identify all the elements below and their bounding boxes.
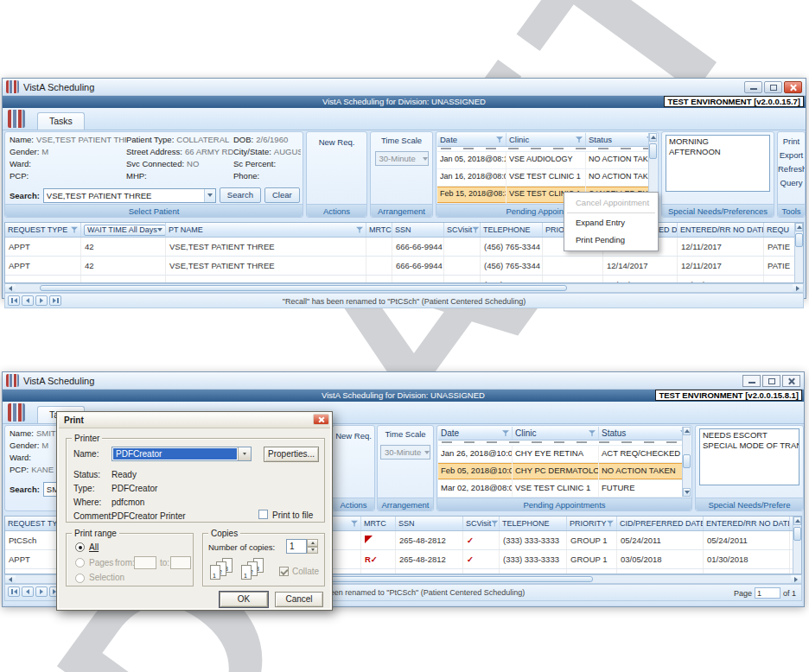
column-header-clinic[interactable]: Clinic bbox=[513, 427, 599, 440]
scroll-up-icon[interactable] bbox=[649, 133, 657, 142]
properties-button[interactable]: Properties... bbox=[264, 447, 319, 462]
column-header-priority[interactable]: PRIORITY bbox=[567, 517, 617, 530]
scroll-left-icon[interactable] bbox=[5, 284, 16, 292]
minimize-button[interactable] bbox=[742, 375, 761, 387]
pending-row[interactable]: Jan 05, 2018@08:15 VSE AUDIOLOGY NO ACTI… bbox=[437, 152, 657, 169]
scroll-down-icon[interactable] bbox=[683, 488, 691, 497]
new-req-button[interactable]: New Req. bbox=[335, 431, 372, 441]
titlebar[interactable]: VistA Scheduling bbox=[3, 79, 806, 96]
page-input[interactable]: 1 bbox=[755, 587, 780, 599]
new-req-button[interactable]: New Req. bbox=[319, 137, 355, 147]
scroll-left-icon[interactable] bbox=[5, 575, 16, 583]
column-header-mrtc[interactable]: MRTC bbox=[366, 223, 392, 237]
query-button[interactable]: Query bbox=[778, 176, 805, 190]
menu-item-cancel-appointment[interactable]: Cancel Appointment bbox=[564, 194, 658, 212]
column-header-scvisit[interactable]: SCVisit bbox=[444, 223, 481, 237]
print-button[interactable]: Print bbox=[778, 135, 805, 149]
menu-item-expand-entry[interactable]: Expand Entry bbox=[564, 214, 658, 231]
range-all-radio[interactable] bbox=[75, 542, 85, 552]
filter-icon[interactable] bbox=[607, 520, 614, 527]
filter-icon[interactable] bbox=[589, 430, 596, 437]
clear-button[interactable]: Clear bbox=[264, 187, 300, 203]
scrollbar-thumb[interactable] bbox=[795, 233, 803, 247]
scroll-up-icon[interactable] bbox=[793, 517, 801, 525]
vista-logo-icon[interactable] bbox=[8, 403, 25, 422]
filter-icon[interactable] bbox=[472, 226, 479, 233]
column-header-telephone[interactable]: TELEPHONE bbox=[481, 223, 543, 237]
titlebar[interactable]: VistA Scheduling bbox=[3, 372, 804, 390]
range-pages-radio[interactable] bbox=[75, 558, 85, 567]
scrollbar-thumb[interactable] bbox=[683, 454, 691, 468]
column-header-clinic[interactable]: Clinic bbox=[506, 133, 586, 146]
column-header-entered-date[interactable]: ENTERED/RR NO DATE bbox=[678, 223, 764, 237]
minimize-button[interactable] bbox=[744, 81, 762, 93]
filter-icon[interactable] bbox=[356, 226, 363, 233]
maximize-button[interactable] bbox=[764, 81, 782, 93]
refresh-button[interactable]: Refresh bbox=[778, 162, 805, 176]
column-header-date[interactable]: Date bbox=[438, 427, 513, 440]
ok-button[interactable]: OK bbox=[220, 592, 268, 607]
time-scale-select[interactable]: 30-Minute bbox=[380, 445, 430, 460]
close-button[interactable] bbox=[784, 81, 802, 93]
column-header-telephone[interactable]: TELEPHONE bbox=[500, 517, 567, 530]
column-header-cid-date[interactable]: CID/PREFERRED DATE bbox=[617, 517, 704, 530]
time-scale-select[interactable]: 30-Minute bbox=[375, 151, 429, 166]
vista-logo-icon[interactable] bbox=[8, 110, 25, 128]
scrollbar-thumb[interactable] bbox=[649, 143, 657, 159]
cancel-button[interactable]: Cancel bbox=[275, 592, 323, 607]
scroll-up-icon[interactable] bbox=[795, 223, 803, 231]
vertical-scrollbar[interactable] bbox=[793, 517, 801, 574]
column-header-status[interactable]: Status bbox=[586, 133, 657, 146]
copies-value[interactable]: 1 bbox=[286, 539, 307, 554]
scroll-right-icon[interactable] bbox=[791, 575, 801, 583]
dropdown-arrow-icon[interactable] bbox=[238, 447, 251, 460]
filter-icon[interactable] bbox=[576, 136, 583, 143]
filter-icon[interactable] bbox=[502, 430, 509, 437]
column-header-status[interactable]: Status bbox=[599, 427, 691, 440]
dropdown-arrow-icon[interactable] bbox=[204, 189, 215, 202]
column-header-request-type[interactable]: REQUEST TYPE bbox=[5, 223, 81, 237]
print-to-file-checkbox[interactable] bbox=[258, 510, 268, 519]
collate-checkbox[interactable] bbox=[279, 567, 289, 576]
printer-name-select[interactable]: PDFCreator bbox=[111, 447, 252, 461]
table-row[interactable]: APPT42VSE,TEST PATIENT THREE666-66-9944(… bbox=[5, 257, 803, 276]
scroll-up-icon[interactable] bbox=[683, 427, 691, 435]
vertical-scrollbar[interactable] bbox=[794, 223, 803, 282]
column-header-date[interactable]: Date bbox=[437, 133, 506, 146]
column-header-pt-name[interactable]: PT NAME bbox=[166, 223, 366, 237]
column-header-wait-time[interactable]: WAIT TIME All Days bbox=[81, 223, 166, 237]
spin-down-icon[interactable] bbox=[307, 547, 318, 555]
patient-search-input[interactable]: VSE,TEST PATIENT THREE bbox=[43, 188, 216, 203]
close-button[interactable] bbox=[313, 414, 329, 425]
pending-row[interactable]: Jan 26, 2018@10:00 CHY EYE RETINA ACT RE… bbox=[438, 446, 691, 463]
filter-icon[interactable] bbox=[496, 136, 503, 143]
column-header-mrtc[interactable]: MRTC bbox=[361, 517, 396, 530]
search-button[interactable]: Search bbox=[220, 187, 261, 203]
filter-icon[interactable] bbox=[71, 226, 78, 233]
menu-item-print-pending[interactable]: Print Pending bbox=[564, 231, 658, 249]
spin-up-icon[interactable] bbox=[307, 539, 318, 547]
column-header-ssn[interactable]: SSN bbox=[396, 517, 463, 530]
pending-row[interactable]: Jan 16, 2018@08:00 VSE TEST CLINIC 1 NO … bbox=[437, 169, 657, 187]
pending-row-selected[interactable]: Feb 05, 2018@10:00 CHY PC DERMATOLOGY NO… bbox=[438, 463, 691, 480]
column-header-scvisit[interactable]: SCVisit bbox=[463, 517, 500, 530]
special-needs-list[interactable]: MORNING AFTERNOON bbox=[666, 135, 770, 192]
table-row-clipped[interactable]: APPT46VSE,TEST PATIENT THREE666-66-9945(… bbox=[5, 276, 803, 283]
pending-row[interactable]: Mar 02, 2018@08:00 VSE TEST CLINIC 1 FUT… bbox=[438, 480, 691, 498]
copies-stepper[interactable]: 1 bbox=[286, 539, 318, 554]
special-needs-list[interactable]: NEEDS ESCORT SPECIAL MODE OF TRANSP bbox=[699, 428, 799, 485]
table-row[interactable]: APPT42VSE,TEST PATIENT THREE666-66-9944(… bbox=[5, 238, 803, 257]
column-header-entered-date[interactable]: ENTERED/RR NO DATE bbox=[704, 517, 790, 530]
export-button[interactable]: Export bbox=[778, 149, 805, 162]
scrollbar-thumb[interactable] bbox=[40, 285, 567, 291]
scrollbar-thumb[interactable] bbox=[793, 527, 801, 541]
from-input[interactable] bbox=[134, 556, 156, 569]
filter-icon[interactable] bbox=[491, 520, 498, 527]
maximize-button[interactable] bbox=[762, 375, 780, 387]
to-input[interactable] bbox=[170, 556, 191, 569]
close-button[interactable] bbox=[782, 375, 800, 387]
range-selection-radio[interactable] bbox=[75, 574, 85, 583]
column-header-ssn[interactable]: SSN bbox=[392, 223, 444, 237]
filter-icon[interactable] bbox=[351, 520, 358, 527]
vertical-scrollbar[interactable] bbox=[682, 427, 691, 497]
